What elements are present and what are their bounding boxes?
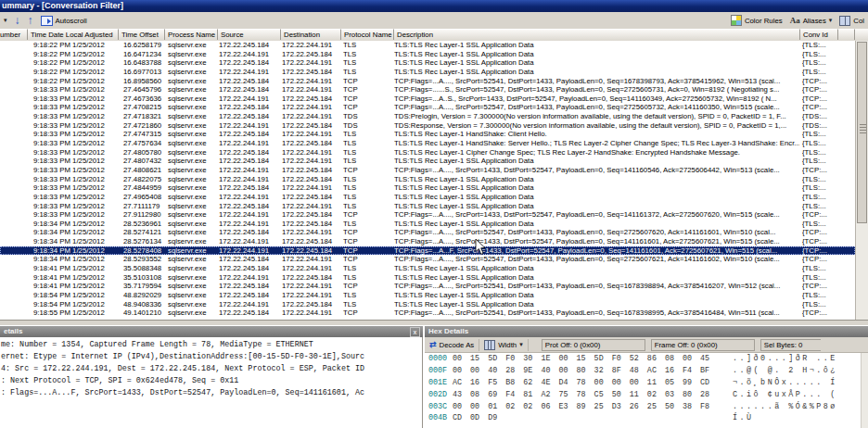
column-header-source[interactable]: Source [218,29,281,40]
table-row[interactable]: 9:18:22 PM 1/25/201216.6471234sqlservr.e… [0,50,855,59]
column-header-offset[interactable]: Time Offset [119,29,165,40]
table-row[interactable]: 9:18:54 PM 1/25/201248.9408336sqlservr.e… [0,300,855,309]
table-row[interactable]: 9:18:41 PM 1/25/201235.5103108sqlservr.e… [0,273,855,283]
column-header-number[interactable]: umber [0,29,28,40]
cell-proc: sqlservr.exe [168,210,216,220]
frame-detail-line[interactable]: me: Number = 1354, Captured Frame Length… [0,339,422,351]
cell-time: 9:18:22 PM 1/25/2012 [33,58,121,68]
find-next-button[interactable]: ↓ [11,13,24,28]
cell-src: 172.22.245.184 [219,282,280,291]
cell-conv: {TCP:... [802,246,837,256]
table-row[interactable]: 9:18:33 PM 1/25/201227.4807432sqlservr.e… [0,157,855,166]
table-row[interactable]: 9:18:33 PM 1/25/201227.4747315sqlservr.e… [0,130,855,139]
table-row[interactable]: 9:18:34 PM 1/25/201228.5276134sqlservr.e… [0,237,855,246]
cell-src: 172.22.244.191 [219,300,280,309]
cell-proc: sqlservr.exe [168,85,216,94]
cell-src: 172.22.245.184 [219,157,280,166]
table-row[interactable]: 9:18:41 PM 1/25/201235.7179594sqlservr.e… [0,282,855,291]
toolbar-dropdown-button[interactable]: ▾ [0,13,11,28]
column-header-process[interactable]: Process Name [165,29,218,40]
frame-detail-line[interactable]: : Next Protocol = TCP, SPI = 0x624ed478,… [0,375,422,387]
cell-desc: TLS:TLS Rec Layer-1 HandShake: Server He… [394,139,799,148]
table-row[interactable]: 9:18:22 PM 1/25/201216.6977013sqlservr.e… [0,68,855,77]
frame-details-panel[interactable]: me: Number = 1354, Captured Frame Length… [0,337,423,428]
cell-src: 172.22.244.191 [219,139,280,148]
color-rules-button[interactable]: Color Rules [727,13,786,28]
frame-detail-line[interactable]: : Flags=...A...F, SrcPort=1433, DstPort=… [0,387,422,399]
hex-row[interactable]: 003C00 00 01 02 02 06 E3 89 25 D3 26 25 … [425,401,868,413]
frame-detail-line[interactable]: 4: Src = 172.22.244.191, Dest = 172.22.2… [0,363,422,375]
table-row[interactable]: 9:18:33 PM 1/25/201227.9112980sqlservr.e… [0,210,855,220]
cell-conv: {TCP:... [802,210,837,220]
table-row[interactable]: 9:18:22 PM 1/25/201216.6258179sqlservr.e… [0,41,855,50]
cell-dst: 172.22.245.184 [282,193,340,202]
cell-time: 9:18:41 PM 1/25/2012 [33,273,121,283]
hex-row[interactable]: 000F00 00 40 28 9E 40 00 80 32 8F 48 AC … [425,365,868,377]
cell-dst: 172.22.244.191 [282,103,340,112]
horizontal-splitter[interactable] [0,320,868,326]
column-header-filler [838,29,855,40]
table-row[interactable]: 9:18:55 PM 1/25/201249.1401210sqlservr.e… [0,308,855,318]
cell-dst: 172.22.245.184 [282,68,340,77]
cell-desc: TLS:TLS Rec Layer-1 SSL Application Data [394,291,799,300]
cell-src: 172.22.244.191 [219,68,280,77]
table-row[interactable]: 9:18:33 PM 1/25/201227.4708215sqlservr.e… [0,103,855,112]
cell-desc: TLS:TLS Rec Layer-1 HandShake: Client He… [394,130,799,139]
cell-src: 172.22.245.184 [219,291,280,300]
table-row[interactable]: 9:18:33 PM 1/25/201227.4808621sqlservr.e… [0,166,855,175]
table-row[interactable]: 9:18:33 PM 1/25/201227.4718321sqlservr.e… [0,112,855,121]
table-row[interactable]: 9:18:33 PM 1/25/201227.4822075sqlservr.e… [0,175,855,184]
table-row[interactable]: 9:18:41 PM 1/25/201235.5088348sqlservr.e… [0,264,855,273]
decode-as-button[interactable]: ⇄ Decode As [425,339,479,351]
aliases-button[interactable]: Aa Aliases ▾ [786,13,836,28]
autoscroll-button[interactable]: Autoscroll [37,13,91,28]
hex-scrollbar[interactable] [861,353,868,428]
vertical-scrollbar[interactable] [855,41,868,320]
table-row[interactable]: 9:18:33 PM 1/25/201227.4805780sqlservr.e… [0,148,855,157]
cell-time: 9:18:33 PM 1/25/2012 [33,183,121,193]
frame-detail-line[interactable]: ernet: Etype = Internet IP (IPv4),Destin… [0,351,422,363]
hex-row[interactable]: 000000 15 5D F0 30 1E 00 15 5D F0 52 86 … [425,353,868,365]
cell-dst: 172.22.245.184 [282,246,340,256]
table-row[interactable]: 9:18:33 PM 1/25/201227.4645796sqlservr.e… [0,85,855,94]
table-row[interactable]: 9:18:33 PM 1/25/201227.4965408sqlservr.e… [0,193,855,202]
find-previous-button[interactable]: ↑ [24,13,37,28]
cell-proto: TLS [343,148,392,157]
aliases-icon: Aa [790,16,800,25]
table-row[interactable]: 9:18:33 PM 1/25/201227.4757634sqlservr.e… [0,139,855,148]
table-row[interactable]: 9:18:54 PM 1/25/201248.8292029sqlservr.e… [0,291,855,300]
columns-button[interactable]: Col [836,13,868,28]
table-row[interactable]: 9:18:33 PM 1/25/201227.7111179sqlservr.e… [0,202,855,211]
column-header-destination[interactable]: Destination [281,29,341,40]
hex-row[interactable]: 004BCD 0D D9Í.Ù [425,412,868,424]
hex-bytes: CD 0D D9 [453,412,497,424]
cell-offset: 27.4965408 [123,193,165,202]
column-header-description[interactable]: Description [394,29,800,40]
width-dropdown[interactable]: Width ▾ [479,339,528,351]
cell-dst: 172.22.245.184 [282,210,340,220]
cell-dst: 172.22.244.191 [282,112,340,121]
hex-details-title: Hex Details [428,327,468,335]
table-row[interactable]: 9:18:33 PM 1/25/201227.4844959sqlservr.e… [0,183,855,193]
table-row[interactable]: 9:18:34 PM 1/25/201228.5236961sqlservr.e… [0,220,855,229]
hex-row[interactable]: 001EAC 16 F5 B8 62 4E D4 78 00 00 00 11 … [425,377,868,389]
cell-offset: 27.4822075 [123,175,165,184]
hex-row[interactable]: 002D43 08 69 F4 81 A2 75 78 C5 50 11 02 … [425,389,868,401]
table-row[interactable]: 9:18:34 PM 1/25/201228.5293552sqlservr.e… [0,255,855,264]
hex-offset: 000F [428,365,447,377]
column-header-convid[interactable]: Conv Id [800,29,838,40]
cell-desc: TLS:TLS Rec Layer-1 SSL Application Data [394,220,799,229]
table-row[interactable]: 9:18:22 PM 1/25/201216.6483788sqlservr.e… [0,58,855,68]
table-row[interactable]: 9:18:34 PM 1/25/201228.5274121sqlservr.e… [0,228,855,237]
table-row[interactable]: 9:18:22 PM 1/25/201216.8958560sqlservr.e… [0,77,855,86]
scrollbar-grip-icon [860,124,866,133]
column-header-protocol[interactable]: Protocol Name [341,29,394,40]
close-icon[interactable]: x [410,327,420,337]
table-row-selected[interactable]: 9:18:34 PM 1/25/201228.5278408sqlservr.e… [0,246,855,256]
table-row[interactable]: 9:18:33 PM 1/25/201227.4721860sqlservr.e… [0,121,855,131]
column-header-time[interactable]: Time Date Local Adjusted [28,29,119,40]
cell-src: 172.22.245.184 [219,148,280,157]
table-row[interactable]: 9:18:33 PM 1/25/201227.4673636sqlservr.e… [0,94,855,104]
hex-viewer[interactable]: 000000 15 5D F0 30 1E 00 15 5D F0 52 86 … [425,353,868,428]
scrollbar-thumb[interactable] [857,42,867,223]
